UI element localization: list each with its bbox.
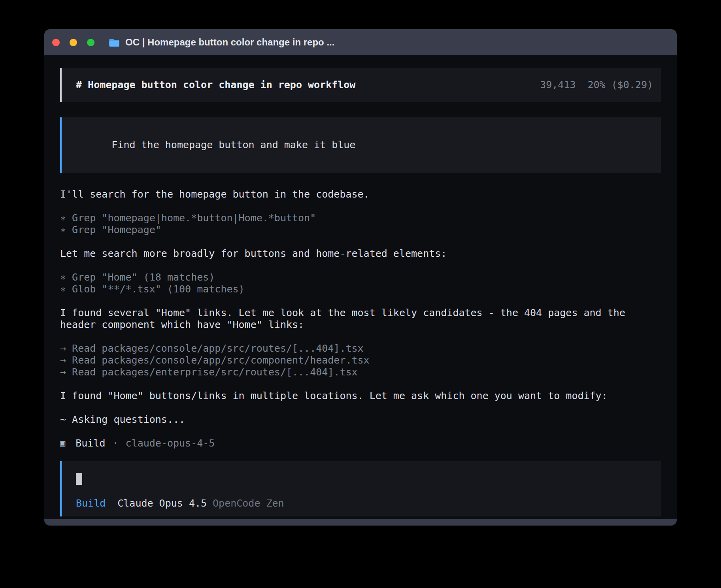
- provider-label: OpenCode Zen: [213, 498, 284, 509]
- agent-model: claude-opus-4-5: [126, 437, 215, 449]
- agent-row: ▣ Build · claude-opus-4-5: [60, 437, 661, 449]
- titlebar[interactable]: OC | Homepage button color change in rep…: [44, 29, 677, 55]
- input-meta: Build Claude Opus 4.5 OpenCode Zen: [76, 498, 647, 509]
- traffic-lights: [52, 39, 94, 46]
- conversation: I'll search for the homepage button in t…: [60, 188, 661, 449]
- session-title: # Homepage button color change in repo w…: [76, 79, 355, 91]
- session-cost: ($0.29): [612, 79, 653, 90]
- assistant-text-line: I found several "Home" links. Let me loo…: [60, 307, 661, 331]
- terminal-window: OC | Homepage button color change in rep…: [44, 29, 677, 526]
- assistant-message: Let me search more broadly for buttons a…: [60, 248, 661, 260]
- assistant-message: I found "Home" buttons/links in multiple…: [60, 390, 661, 402]
- session-stats: 39,41320%($0.29): [540, 79, 653, 91]
- assistant-message: I'll search for the homepage button in t…: [60, 188, 661, 200]
- agent-build-icon: ▣: [60, 437, 65, 449]
- window-footer-edge: [44, 519, 677, 526]
- terminal-content: # Homepage button color change in repo w…: [44, 55, 677, 519]
- agent-separator: ·: [113, 437, 119, 449]
- assistant-text-line: Let me search more broadly for buttons a…: [60, 248, 661, 260]
- tool-call-group: ∗ Grep "homepage|home.*button|Home.*butt…: [60, 212, 661, 236]
- model-label: Claude Opus 4.5: [117, 498, 207, 509]
- text-cursor: [76, 473, 82, 485]
- asking-questions-status: ~ Asking questions...: [60, 414, 661, 426]
- agent-name: Build: [75, 437, 105, 449]
- status-message: ~ Asking questions...: [60, 414, 661, 426]
- file-read-line: → Read packages/console/app/src/componen…: [60, 354, 661, 366]
- close-button[interactable]: [52, 39, 60, 46]
- zoom-button[interactable]: [87, 39, 94, 46]
- tool-call-group: ∗ Grep "Home" (18 matches) ∗ Glob "**/*.…: [60, 271, 661, 295]
- assistant-message: I found several "Home" links. Let me loo…: [60, 307, 661, 331]
- token-count: 39,413: [540, 79, 576, 90]
- file-read-group: → Read packages/console/app/src/routes/[…: [60, 343, 661, 378]
- tool-call-grep: ∗ Grep "homepage|home.*button|Home.*butt…: [60, 212, 661, 224]
- user-message: Find the homepage button and make it blu…: [60, 117, 661, 173]
- file-read-line: → Read packages/enterprise/src/routes/[.…: [60, 366, 661, 378]
- minimize-button[interactable]: [70, 39, 77, 46]
- folder-icon: [109, 38, 120, 47]
- session-header: # Homepage button color change in repo w…: [60, 68, 661, 102]
- tool-call-grep: ∗ Grep "Homepage": [60, 224, 661, 236]
- tool-call-glob: ∗ Glob "**/*.tsx" (100 matches): [60, 283, 661, 295]
- file-read-line: → Read packages/console/app/src/routes/[…: [60, 343, 661, 354]
- assistant-text-line: I found "Home" buttons/links in multiple…: [60, 390, 661, 402]
- mode-label: Build: [76, 498, 106, 509]
- context-percent: 20%: [587, 79, 605, 90]
- window-title: OC | Homepage button color change in rep…: [125, 37, 334, 48]
- assistant-text-line: I'll search for the homepage button in t…: [60, 188, 661, 200]
- user-message-text: Find the homepage button and make it blu…: [111, 139, 355, 151]
- title-group: OC | Homepage button color change in rep…: [109, 37, 334, 48]
- tool-call-grep: ∗ Grep "Home" (18 matches): [60, 271, 661, 283]
- prompt-input[interactable]: Build Claude Opus 4.5 OpenCode Zen: [60, 461, 661, 516]
